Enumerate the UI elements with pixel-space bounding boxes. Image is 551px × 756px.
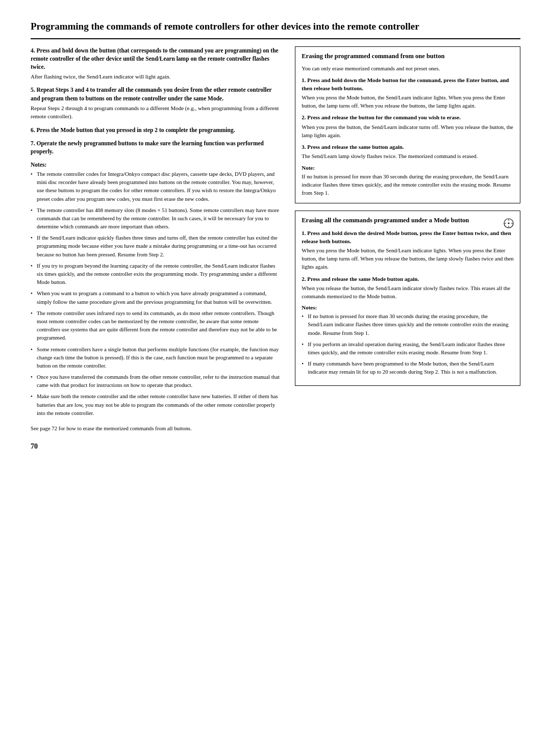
left-notes: Notes: The remote controller codes for I…	[31, 162, 280, 417]
erase-all-note-item: If no button is pressed for more than 30…	[302, 312, 514, 337]
erase-one-step-2: 2. Press and release the button for the …	[302, 114, 514, 139]
right-column: Erasing the programmed command from one …	[295, 46, 520, 451]
note-item: Some remote controllers have a single bu…	[31, 345, 280, 370]
note-item: Once you have transferred the commands f…	[31, 373, 280, 389]
step-6: 6. Press the Mode button that you presse…	[31, 126, 280, 134]
page-number: 70	[31, 442, 280, 451]
erase-all-step-1: 1. Press and hold down the desired Mode …	[302, 229, 514, 271]
note-item: When you want to program a command to a …	[31, 289, 280, 305]
svg-point-1	[508, 223, 510, 224]
erase-all-note-item: If many commands have been programmed to…	[302, 359, 514, 376]
erase-one-step-3: 3. Press and release the same button aga…	[302, 143, 514, 161]
notes-bullet-list: The remote controller codes for Integra/…	[31, 170, 280, 417]
erase-all-step-2: 2. Press and release the same Mode butto…	[302, 275, 514, 301]
step-4: 4. Press and hold down the button (that …	[31, 46, 280, 81]
note-item: Make sure both the remote controller and…	[31, 392, 280, 417]
erase-all-notes-list: If no button is pressed for more than 30…	[302, 312, 514, 376]
note-item: The remote controller has 408 memory slo…	[31, 206, 280, 231]
page-title: Programming the commands of remote contr…	[31, 20, 520, 39]
erase-all-box: Erasing all the commands programmed unde…	[295, 211, 520, 385]
note-item: The remote controller codes for Integra/…	[31, 170, 280, 203]
erase-all-note-item: If you perform an invalid operation duri…	[302, 340, 514, 356]
erase-one-box: Erasing the programmed command from one …	[295, 46, 520, 204]
note-item: If the Send/Learn indicator quickly flas…	[31, 233, 280, 258]
note-item: If you try to program beyond the learnin…	[31, 262, 280, 286]
left-column: 4. Press and hold down the button (that …	[31, 46, 280, 451]
see-page-note: See page 72 for how to erase the memoriz…	[31, 424, 280, 432]
step-5: 5. Repeat Steps 3 and 4 to transfer all …	[31, 86, 280, 120]
erase-one-step-1: 1. Press and hold down the Mode button f…	[302, 76, 514, 110]
note-item: The remote controller uses infrared rays…	[31, 309, 280, 342]
compass-icon	[504, 218, 514, 229]
step-7: 7. Operate the newly programmed buttons …	[31, 139, 280, 155]
